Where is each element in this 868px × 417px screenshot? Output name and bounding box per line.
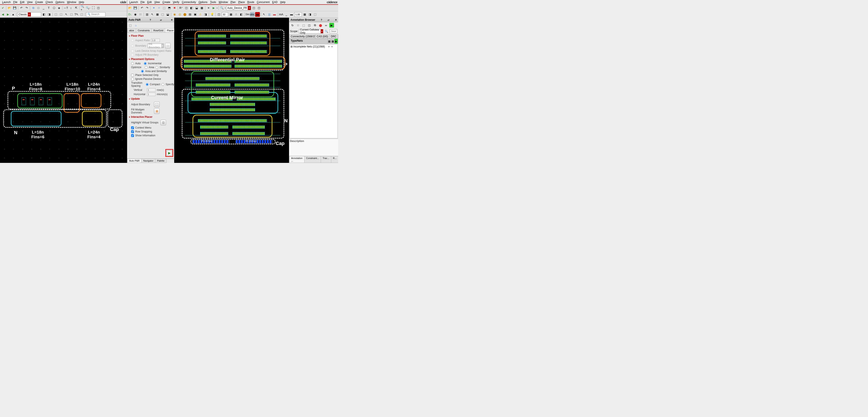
expand-icon[interactable]: ⬚: [128, 23, 133, 28]
menu-options[interactable]: Options: [54, 0, 66, 4]
rt-redo[interactable]: ↷: [145, 6, 150, 10]
ann-search-input[interactable]: [330, 29, 337, 33]
rmenu-view[interactable]: View: [153, 0, 161, 4]
btab-constraint[interactable]: Constraint...: [304, 156, 321, 163]
tool-e[interactable]: ↕: [69, 6, 73, 10]
ann-g[interactable]: ▶: [329, 23, 334, 28]
rt2-g[interactable]: ⬚: [160, 12, 165, 17]
area-radio[interactable]: [145, 66, 148, 69]
ann-close-icon[interactable]: ✕: [335, 19, 337, 21]
btab-navigator[interactable]: Navigator: [141, 159, 155, 163]
specify-radio[interactable]: [161, 83, 164, 86]
schematic-canvas[interactable]: P N Cap L=18n Fins=8 L=18n Fins=10 L=24n…: [0, 18, 127, 163]
btab-palette[interactable]: Palette: [155, 159, 166, 163]
rt-win2[interactable]: ◫: [257, 6, 261, 10]
rt2-b[interactable]: ◉: [133, 12, 137, 17]
rt2-d[interactable]: ▥: [145, 12, 150, 17]
ignore-passive-check[interactable]: [131, 78, 134, 81]
run-placer-button[interactable]: ▶: [166, 150, 172, 156]
rmenu-place[interactable]: Place: [237, 0, 246, 4]
nav-back[interactable]: ◀: [0, 12, 5, 17]
rt2-last[interactable]: ⬚: [313, 12, 317, 17]
selected-only-check[interactable]: [131, 74, 134, 77]
section-placement[interactable]: Placement Options: [128, 57, 173, 61]
sel-e[interactable]: T↖: [74, 12, 79, 17]
nav-up[interactable]: ▲: [11, 12, 16, 17]
rt-save[interactable]: 💾: [133, 6, 137, 10]
ann-e[interactable]: ⬤: [318, 23, 323, 28]
menu-help[interactable]: Help: [78, 0, 85, 4]
rt2-i[interactable]: ◉: [172, 12, 177, 17]
tool-i[interactable]: ◨: [47, 12, 52, 17]
rmenu-tools[interactable]: Tools: [209, 0, 217, 4]
rt2-k[interactable]: ⬤: [182, 12, 187, 17]
tool-text[interactable]: T: [46, 6, 51, 10]
rt2-bulb[interactable]: 💡: [210, 12, 215, 17]
rmenu-concurrent[interactable]: Concurrent: [255, 0, 271, 4]
zoom-in-icon[interactable]: 🔍+: [81, 6, 85, 10]
undock-icon[interactable]: ▱: [160, 19, 162, 21]
incomplete-nets-row[interactable]: ⊞ Incomplete Nets (21)(1568) ▪ ▪: [290, 44, 338, 49]
rmenu-ead[interactable]: EAD: [271, 0, 279, 4]
ann-help-icon[interactable]: ?: [321, 19, 322, 21]
rt2-q[interactable]: ⎍: [234, 12, 239, 17]
btab-trac[interactable]: Trac...: [321, 156, 331, 163]
home-icon[interactable]: ⌂: [133, 23, 138, 28]
tab-initialize[interactable]: alize: [127, 28, 136, 32]
btab-autopr[interactable]: Auto P&R: [127, 159, 142, 163]
sel-f[interactable]: ⬚: [80, 12, 84, 17]
highlight-groups-btn[interactable]: ◫: [160, 120, 166, 125]
rt-f[interactable]: ◫: [184, 6, 189, 10]
zoom-out-icon[interactable]: 🔍-: [86, 6, 90, 10]
scope-combo[interactable]: Current Cellview Only▾: [299, 29, 323, 33]
help-icon[interactable]: ?: [150, 19, 151, 21]
rt2-u[interactable]: ▬: [272, 12, 277, 17]
sel-d[interactable]: ⬚: [69, 12, 74, 17]
rmenu-verify[interactable]: Verify: [172, 0, 181, 4]
ann-col-a[interactable]: ▦: [328, 39, 331, 43]
ann-d[interactable]: ⧉: [312, 23, 317, 28]
cas-tab[interactable]: CAS (0/0): [315, 34, 330, 38]
rt2-l[interactable]: ▤: [188, 12, 192, 17]
btab-r[interactable]: R...: [331, 156, 338, 163]
ann-col-c[interactable]: ▶: [335, 39, 338, 43]
tool-d[interactable]: ◈: [57, 6, 61, 10]
show-info-check[interactable]: [131, 134, 134, 137]
rmenu-edit[interactable]: Edit: [146, 0, 153, 4]
section-floorplan[interactable]: Floor Plan: [128, 33, 173, 38]
rt-g[interactable]: ◧: [189, 6, 194, 10]
rt-open[interactable]: 📂: [128, 6, 132, 10]
rt2-e[interactable]: ↖: [150, 12, 155, 17]
ann-refresh-icon[interactable]: ↻: [290, 23, 295, 28]
rmenu-plan[interactable]: Plan: [229, 0, 237, 4]
rt2-c[interactable]: ∷: [138, 12, 143, 17]
open-icon[interactable]: 📂: [7, 6, 12, 10]
sel-a[interactable]: ⬚: [54, 12, 58, 17]
row-snap-check[interactable]: [131, 130, 134, 133]
rmenu-help[interactable]: Help: [279, 0, 287, 4]
tool-h[interactable]: ◧: [42, 12, 46, 17]
ann-a[interactable]: ∷: [296, 23, 301, 28]
btab-annotation[interactable]: Annotation ...: [289, 156, 305, 163]
tab-constraints[interactable]: Constraints: [136, 28, 152, 32]
rmenu-options[interactable]: Options: [197, 0, 209, 4]
rt2-a[interactable]: D↓: [128, 12, 132, 17]
pick-boundary-icon[interactable]: ▭: [165, 43, 170, 49]
rt-a[interactable]: ✦: [151, 6, 156, 10]
rmenu-route[interactable]: Route: [246, 0, 255, 4]
tab-placer[interactable]: Placer: [165, 28, 176, 32]
menu-launch[interactable]: Launch: [1, 0, 12, 4]
rt-c[interactable]: ⬚: [162, 6, 166, 10]
rt2-x[interactable]: ▬: [289, 12, 294, 17]
rt2-bars[interactable]: |||: [267, 12, 272, 17]
close-icon[interactable]: ✕: [171, 19, 173, 21]
ann-search-icon[interactable]: 🔍: [324, 29, 329, 34]
rt2-j[interactable]: ◎: [177, 12, 182, 17]
tool-f[interactable]: ⇱: [74, 6, 79, 10]
device-combo[interactable]: Auto_Device_PR▾: [226, 6, 251, 10]
menu-file[interactable]: File: [12, 0, 19, 4]
drc-tab[interactable]: DRC: [330, 34, 338, 38]
rt2-o[interactable]: ◫: [217, 12, 221, 17]
tool-b[interactable]: □: [36, 6, 41, 10]
ann-f[interactable]: ∞: [324, 23, 329, 28]
